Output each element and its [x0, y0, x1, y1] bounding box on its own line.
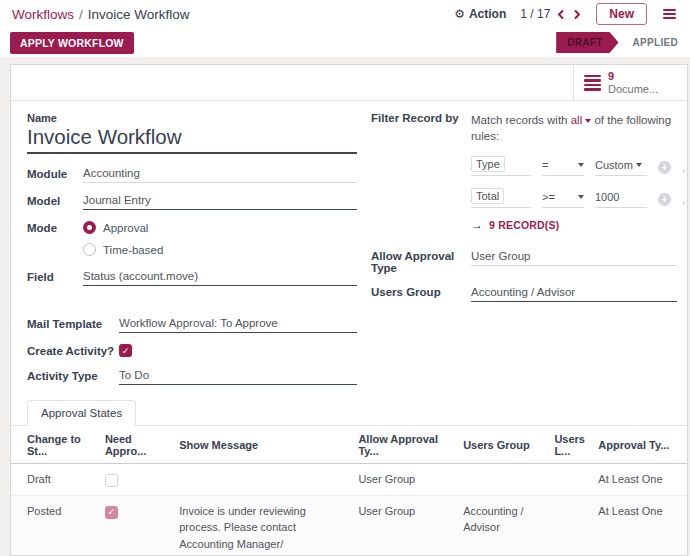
action-menu-label: Action	[469, 7, 506, 21]
activity-type-label: Activity Type	[27, 369, 119, 382]
pager-next-icon[interactable]	[572, 9, 582, 20]
rule-field-tag[interactable]: Total	[471, 188, 504, 204]
rule-field-cell[interactable]: Total	[471, 186, 531, 208]
rule-operator-select[interactable]: >=	[542, 191, 584, 208]
cell-users-group[interactable]: Accounting / Advisor	[457, 495, 548, 556]
cell-message[interactable]	[173, 464, 352, 496]
rule-value-select[interactable]: Custom	[595, 159, 647, 176]
action-menu-button[interactable]: ⚙ Action	[454, 7, 506, 21]
cell-allow-approval-type[interactable]: User Group	[352, 495, 457, 556]
rule-more-options-icon[interactable]: ...	[682, 162, 688, 174]
records-count-link[interactable]: → 9 RECORD(S)	[471, 218, 688, 232]
match-all-dropdown[interactable]: all	[571, 114, 592, 126]
col-approval-type[interactable]: Approval Ty...	[592, 426, 687, 464]
model-label: Model	[27, 194, 83, 207]
match-prefix: Match records with	[471, 114, 568, 126]
table-row-posted[interactable]: Posted ✓ Invoice is under reviewing proc…	[11, 495, 687, 556]
chevron-down-icon	[578, 163, 584, 167]
allow-approval-type-input[interactable]: User Group	[471, 250, 677, 266]
cell-state[interactable]: Draft	[11, 464, 99, 496]
col-users-limit[interactable]: Users L...	[548, 426, 592, 464]
col-users-group[interactable]: Users Group	[457, 426, 548, 464]
rule-field-cell[interactable]: Type	[471, 154, 531, 176]
name-input[interactable]: Invoice Workflow	[27, 125, 357, 154]
add-rule-icon[interactable]: +	[658, 193, 671, 206]
model-input[interactable]: Journal Entry	[83, 194, 357, 210]
module-input[interactable]: Accounting	[83, 167, 357, 183]
create-activity-label: Create Activity?	[27, 344, 119, 357]
cell-users-limit[interactable]	[548, 495, 592, 556]
approval-states-table: Change to St... Need Appro... Show Messa…	[11, 426, 687, 556]
control-panel: APPLY WORKFLOW DRAFT APPLIED	[0, 28, 690, 57]
breadcrumb-workflows-link[interactable]: Workflows	[12, 7, 74, 22]
notebook-tab-bar: Approval States	[11, 400, 687, 426]
module-field-row: Module Accounting	[27, 167, 357, 183]
top-navigation-bar: Workflows / Invoice Workflow ⚙ Action 1 …	[0, 0, 690, 28]
chevron-down-icon	[585, 119, 591, 123]
new-record-button[interactable]: New	[596, 3, 647, 25]
allow-approval-type-label: Allow Approval Type	[371, 250, 471, 274]
field-label: Field	[27, 270, 83, 283]
mode-label: Mode	[27, 221, 83, 234]
rule-value-input[interactable]: 1000	[595, 191, 647, 208]
table-row-draft[interactable]: Draft ✓ User Group At Least One	[11, 464, 687, 496]
mode-option-approval[interactable]: Approval	[83, 221, 163, 234]
mode-option-time-based[interactable]: Time-based	[83, 243, 163, 256]
mail-template-input[interactable]: Workflow Approval: To Approve	[119, 317, 357, 333]
tab-approval-states[interactable]: Approval States	[27, 400, 136, 426]
documents-smart-button[interactable]: 9 Docume...	[573, 65, 687, 100]
rule-more-options-icon[interactable]: ...	[682, 194, 688, 206]
users-group-row: Users Group Accounting / Advisor	[371, 286, 688, 302]
allow-approval-type-row: Allow Approval Type User Group	[371, 250, 688, 274]
cell-users-group[interactable]	[457, 464, 548, 496]
status-applied[interactable]: APPLIED	[619, 37, 690, 48]
radio-time-based-icon[interactable]	[83, 243, 96, 256]
need-approval-checkbox[interactable]: ✓	[105, 474, 118, 487]
hamburger-menu-icon[interactable]	[661, 7, 678, 21]
col-need-approval[interactable]: Need Appro...	[99, 426, 173, 464]
chevron-down-icon	[636, 163, 642, 167]
col-show-message[interactable]: Show Message	[173, 426, 352, 464]
form-left-column: Name Invoice Workflow Module Accounting …	[27, 112, 357, 396]
field-input[interactable]: Status (account.move)	[83, 270, 357, 286]
need-approval-checkbox[interactable]: ✓	[105, 506, 118, 519]
radio-approval-icon[interactable]	[83, 221, 96, 234]
rule-field-tag[interactable]: Type	[471, 156, 505, 172]
cell-allow-approval-type[interactable]: User Group	[352, 464, 457, 496]
users-group-input[interactable]: Accounting / Advisor	[471, 286, 677, 302]
cell-message[interactable]: Invoice is under reviewing process. Plea…	[173, 495, 352, 556]
name-label: Name	[27, 112, 357, 124]
mode-time-based-label: Time-based	[103, 244, 163, 256]
cell-approval-type[interactable]: At Least One	[592, 495, 687, 556]
cell-approval-type[interactable]: At Least One	[592, 464, 687, 496]
documents-label: Docume...	[608, 83, 658, 96]
notebook: Approval States Change to St... Need App…	[11, 400, 687, 556]
mail-template-label: Mail Template	[27, 317, 119, 330]
col-allow-approval-type[interactable]: Allow Approval Ty...	[352, 426, 457, 464]
rule-operator-select[interactable]: =	[542, 159, 584, 176]
pager-previous-icon[interactable]	[556, 9, 566, 20]
documents-count: 9	[608, 70, 658, 83]
add-rule-icon[interactable]: +	[658, 161, 671, 174]
activity-type-input[interactable]: To Do	[119, 369, 357, 385]
field-field-row: Field Status (account.move)	[27, 270, 357, 286]
create-activity-checkbox[interactable]: ✓	[119, 344, 132, 357]
table-header-row: Change to St... Need Appro... Show Messa…	[11, 426, 687, 464]
records-count-text: 9 RECORD(S)	[489, 219, 559, 231]
content-area: 9 Docume... Name Invoice Workflow Module…	[0, 57, 690, 556]
apply-workflow-button[interactable]: APPLY WORKFLOW	[10, 32, 134, 54]
pager-counter: 1 / 17	[520, 7, 550, 21]
form-right-column: Filter Record by Match records with all …	[357, 112, 688, 396]
match-records-line: Match records with all of the following …	[471, 112, 688, 144]
status-draft[interactable]: DRAFT	[556, 32, 618, 53]
document-list-icon	[584, 75, 601, 91]
mail-template-row: Mail Template Workflow Approval: To Appr…	[27, 317, 357, 333]
activity-type-row: Activity Type To Do	[27, 369, 357, 385]
cell-state[interactable]: Posted	[11, 495, 99, 556]
col-change-to-state[interactable]: Change to St...	[11, 426, 99, 464]
users-group-label: Users Group	[371, 286, 471, 298]
button-box: 9 Docume...	[11, 65, 687, 101]
model-field-row: Model Journal Entry	[27, 194, 357, 210]
cell-users-limit[interactable]	[548, 464, 592, 496]
mode-field-row: Mode Approval Time-based	[27, 221, 357, 256]
